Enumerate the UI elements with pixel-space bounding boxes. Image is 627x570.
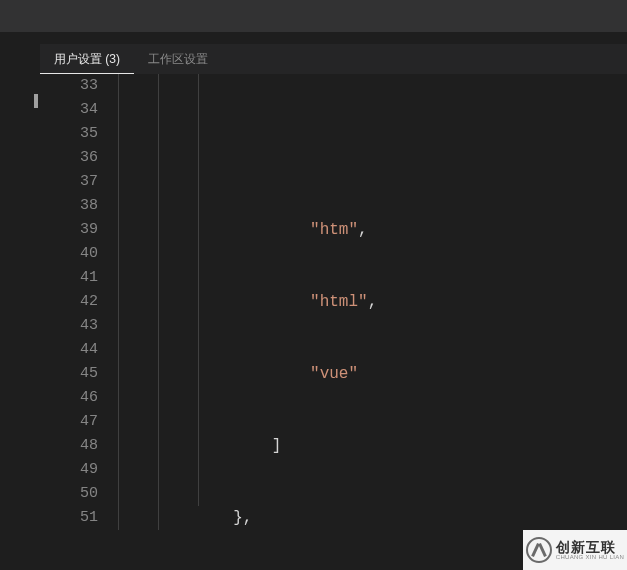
line-number: 45: [40, 362, 98, 386]
line-number: 51: [40, 506, 98, 530]
indent-guide: [198, 74, 199, 506]
code-lines[interactable]: "htm", "html", "vue" ] }, "editor.fontSi…: [118, 74, 627, 570]
title-bar: [0, 0, 627, 32]
line-number: 47: [40, 410, 98, 434]
line-number: 36: [40, 146, 98, 170]
line-number: 49: [40, 458, 98, 482]
line-number: 37: [40, 170, 98, 194]
code-line[interactable]: ]: [118, 434, 627, 458]
line-number: 33: [40, 74, 98, 98]
activity-strip: [0, 44, 40, 570]
line-number: 43: [40, 314, 98, 338]
line-number: 40: [40, 242, 98, 266]
line-number-gutter: 33343536373839404142434445464748495051: [40, 74, 118, 570]
watermark-text: 创新互联 CHUANG XIN HU LIAN: [556, 540, 624, 560]
line-number: 35: [40, 122, 98, 146]
editor-area: 用户设置 (3) 工作区设置 3334353637383940414243444…: [0, 44, 627, 570]
tab-workspace-settings[interactable]: 工作区设置: [134, 44, 222, 74]
watermark-logo-icon: [526, 537, 552, 563]
indent-guide: [118, 74, 119, 530]
settings-tabs: 用户设置 (3) 工作区设置: [40, 44, 627, 74]
line-number: 44: [40, 338, 98, 362]
code-region[interactable]: 33343536373839404142434445464748495051 "…: [40, 74, 627, 570]
watermark-title: 创新互联: [556, 540, 624, 554]
main-panel: 用户设置 (3) 工作区设置 3334353637383940414243444…: [40, 44, 627, 570]
code-line[interactable]: "html",: [118, 290, 627, 314]
line-number: 41: [40, 266, 98, 290]
watermark-subtitle: CHUANG XIN HU LIAN: [556, 554, 624, 560]
code-line[interactable]: },: [118, 506, 627, 530]
indent-guide: [158, 74, 159, 530]
line-number: 38: [40, 194, 98, 218]
line-number: 48: [40, 434, 98, 458]
code-line[interactable]: "vue": [118, 362, 627, 386]
line-number: 42: [40, 290, 98, 314]
tab-user-settings[interactable]: 用户设置 (3): [40, 44, 134, 74]
line-number: 50: [40, 482, 98, 506]
line-number: 39: [40, 218, 98, 242]
code-line[interactable]: "htm",: [118, 218, 627, 242]
overview-ruler-marker: [34, 94, 38, 108]
line-number: 46: [40, 386, 98, 410]
title-bar-spacer: [0, 32, 627, 44]
watermark: 创新互联 CHUANG XIN HU LIAN: [523, 530, 627, 570]
line-number: 34: [40, 98, 98, 122]
